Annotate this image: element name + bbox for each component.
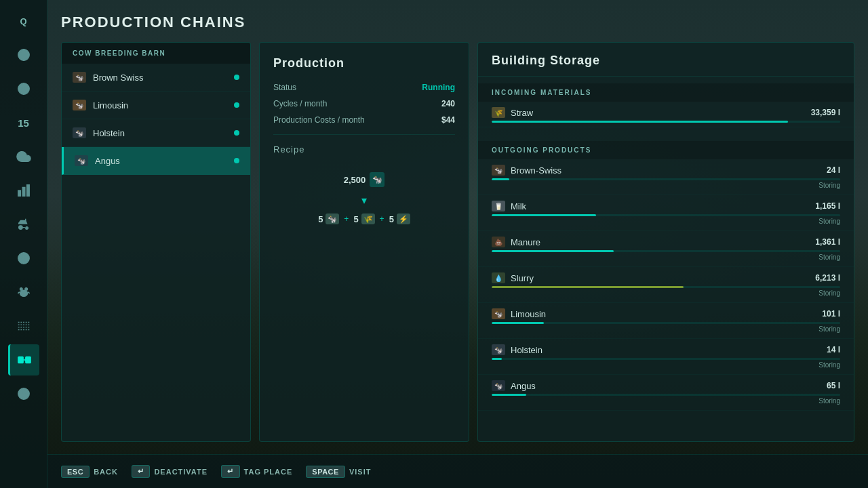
- tag-label: TAG PLACE: [244, 468, 293, 476]
- hotkey-tag: ↵ TAG PLACE: [221, 465, 292, 478]
- limousin-out-icon: 🐄: [492, 308, 505, 319]
- svg-point-16: [20, 290, 27, 296]
- storage-item-angus: 🐄 Angus 65 l Storing: [478, 375, 854, 411]
- sidebar-item-production[interactable]: [8, 344, 39, 375]
- angus-out-name: 🐄 Angus: [492, 380, 536, 391]
- status-label: Status: [273, 83, 296, 92]
- brown-swiss-status: Storing: [492, 182, 840, 192]
- sidebar-item-weather[interactable]: [8, 141, 39, 172]
- columns-container: COW BREEDING BARN 🐄 Brown Swiss 🐄 Limous…: [61, 42, 854, 442]
- sidebar-item-money[interactable]: [8, 243, 39, 274]
- holstein-fill: [492, 358, 502, 360]
- svg-point-4: [22, 87, 26, 91]
- svg-point-12: [18, 226, 22, 230]
- recipe-output-icon: 🐄: [370, 172, 384, 187]
- recipe-input-1-count: 5: [318, 214, 323, 224]
- angus-icon: 🐄: [75, 155, 88, 166]
- breed-dot-brown-swiss: [234, 75, 239, 80]
- breed-name-angus: Angus: [95, 156, 227, 166]
- visit-key[interactable]: SPACE: [306, 466, 345, 478]
- svg-rect-10: [22, 187, 25, 196]
- brown-swiss-out-name: 🐄 Brown-Swiss: [492, 165, 561, 176]
- manure-progress: [492, 250, 840, 252]
- svg-rect-9: [18, 190, 20, 196]
- sidebar-item-q[interactable]: Q: [8, 5, 39, 37]
- sidebar-item-quest[interactable]: [8, 378, 39, 409]
- brown-swiss-icon: 🐄: [73, 72, 86, 83]
- milk-status: Storing: [492, 218, 840, 228]
- holstein-amount: 14 l: [827, 345, 840, 354]
- breed-item-holstein[interactable]: 🐄 Holstein: [62, 119, 250, 147]
- breed-name-brown-swiss: Brown Swiss: [93, 73, 227, 83]
- svg-rect-19: [18, 357, 23, 363]
- holstein-icon: 🐄: [73, 127, 86, 138]
- incoming-section: INCOMING MATERIALS 🌾 Straw 33,359 l: [478, 77, 854, 134]
- breed-dot-holstein: [234, 130, 239, 136]
- breed-panel: COW BREEDING BARN 🐄 Brown Swiss 🐄 Limous…: [61, 42, 251, 442]
- sidebar: Q 15: [0, 0, 47, 488]
- angus-progress: [492, 394, 840, 396]
- holstein-progress: [492, 358, 840, 360]
- bottom-bar: ESC BACK ↵ DEACTIVATE ↵ TAG PLACE SPACE …: [47, 454, 868, 488]
- brown-swiss-fill: [492, 178, 509, 180]
- straw-amount: 33,359 l: [811, 108, 840, 117]
- manure-amount: 1,361 l: [815, 237, 840, 247]
- cycles-row: Cycles / month 240: [273, 99, 455, 108]
- deactivate-label: DEACTIVATE: [154, 468, 208, 476]
- storage-item-manure: 💩 Manure 1,361 l Storing: [478, 231, 854, 267]
- sidebar-item-animals[interactable]: [8, 277, 39, 308]
- slurry-amount: 6,213 l: [815, 273, 840, 283]
- slurry-status: Storing: [492, 289, 840, 300]
- outgoing-section: OUTGOING PRODUCTS 🐄 Brown-Swiss 24 l Sto…: [478, 134, 854, 418]
- sidebar-item-calendar[interactable]: 15: [8, 107, 39, 138]
- limousin-header: 🐄 Limousin 101 l: [492, 308, 840, 319]
- straw-progress-fill: [492, 121, 788, 123]
- milk-name: 🥛 Milk: [492, 201, 526, 211]
- costs-value: $44: [441, 115, 455, 125]
- recipe-output-amount: 2,500: [344, 175, 366, 185]
- recipe-special-icon: ⚡: [397, 214, 410, 224]
- costs-label: Production Costs / month: [273, 115, 365, 125]
- recipe-inputs: 5 🐄 + 5 🌾 + 5 ⚡: [318, 214, 410, 224]
- limousin-status: Storing: [492, 325, 840, 336]
- brown-swiss-header: 🐄 Brown-Swiss 24 l: [492, 165, 840, 176]
- divider-1: [273, 134, 455, 135]
- breed-item-limousin[interactable]: 🐄 Limousin: [62, 92, 250, 119]
- svg-point-17: [20, 288, 22, 291]
- limousin-progress: [492, 322, 840, 324]
- recipe-area: 2,500 🐄 ▾ 5 🐄 + 5 🌾 + 5 ⚡: [273, 165, 455, 231]
- brown-swiss-progress: [492, 178, 840, 180]
- brown-swiss-out-amount: 24 l: [827, 165, 840, 175]
- sidebar-item-tractor[interactable]: [8, 209, 39, 240]
- storage-item-holstein: 🐄 Holstein 14 l Storing: [478, 339, 854, 375]
- holstein-status: Storing: [492, 361, 840, 371]
- breed-item-angus[interactable]: 🐄 Angus: [62, 147, 250, 175]
- slurry-header: 💧 Slurry 6,213 l: [492, 272, 840, 283]
- recipe-arrow: ▾: [361, 194, 367, 207]
- sidebar-item-vehicles[interactable]: [8, 73, 39, 104]
- esc-key[interactable]: ESC: [61, 466, 90, 478]
- breed-list: 🐄 Brown Swiss 🐄 Limousin 🐄 Holstein 🐄 A: [62, 64, 250, 175]
- storage-title: Building Storage: [478, 43, 854, 77]
- production-panel: Production Status Running Cycles / month…: [259, 42, 469, 442]
- breed-name-limousin: Limousin: [93, 100, 227, 110]
- angus-out-icon: 🐄: [492, 380, 505, 391]
- straw-progress-bar: [492, 121, 840, 123]
- tag-key[interactable]: ↵: [221, 465, 240, 478]
- slurry-fill: [492, 286, 684, 288]
- angus-status: Storing: [492, 397, 840, 407]
- recipe-title: Recipe: [273, 144, 455, 155]
- sidebar-item-map[interactable]: [8, 39, 39, 70]
- sidebar-item-fields[interactable]: [8, 310, 39, 342]
- deactivate-key[interactable]: ↵: [132, 465, 151, 478]
- breed-dot-limousin: [234, 102, 239, 108]
- breed-item-brown-swiss[interactable]: 🐄 Brown Swiss: [62, 64, 250, 92]
- limousin-out-name: 🐄 Limousin: [492, 308, 546, 319]
- sidebar-item-stats[interactable]: [8, 175, 39, 206]
- holstein-header: 🐄 Holstein 14 l: [492, 344, 840, 355]
- milk-icon: 🥛: [492, 201, 505, 211]
- limousin-icon: 🐄: [73, 100, 86, 110]
- svg-rect-11: [26, 185, 29, 197]
- storage-panel: Building Storage INCOMING MATERIALS 🌾 St…: [477, 42, 854, 442]
- storage-item-limousin: 🐄 Limousin 101 l Storing: [478, 303, 854, 339]
